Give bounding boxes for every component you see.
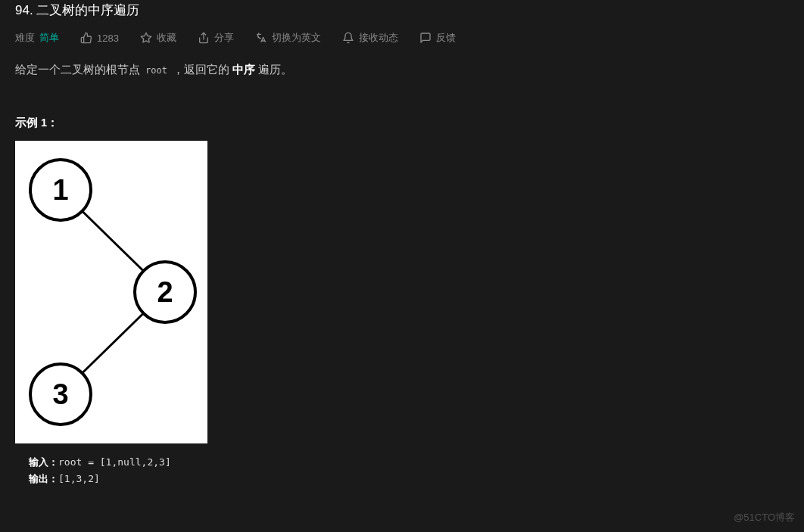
- star-icon: [140, 32, 152, 44]
- meta-toolbar: 难度 简单 1283 收藏 分享 切换为英文: [15, 31, 789, 60]
- switch-lang-label: 切换为英文: [272, 31, 321, 45]
- tree-node-label: 2: [157, 276, 173, 308]
- output-value: [1,3,2]: [58, 473, 100, 484]
- desc-pre: 给定一个二叉树的根节点: [15, 64, 143, 76]
- output-label: 输出：: [29, 473, 58, 484]
- favorite-button[interactable]: 收藏: [140, 31, 176, 45]
- share-label: 分享: [214, 31, 234, 45]
- problem-title-row: 94. 二叉树的中序遍历: [15, 0, 789, 31]
- difficulty: 难度 简单: [15, 31, 59, 45]
- bell-icon: [342, 32, 354, 44]
- problem-title: 二叉树的中序遍历: [36, 3, 139, 17]
- translate-icon: [255, 32, 267, 44]
- desc-mid2: 遍历。: [255, 64, 292, 76]
- share-button[interactable]: 分享: [198, 31, 234, 45]
- tree-edge: [83, 211, 144, 271]
- feedback-label: 反馈: [436, 31, 456, 45]
- input-label: 输入：: [29, 456, 58, 468]
- problem-description: 给定一个二叉树的根节点 root ，返回它的 中序 遍历。: [15, 60, 789, 81]
- desc-code: root: [143, 65, 170, 76]
- difficulty-value: 简单: [39, 31, 59, 45]
- message-icon: [419, 32, 432, 44]
- tree-edge: [83, 313, 144, 373]
- desc-bold: 中序: [232, 64, 255, 76]
- input-line: 输入：root = [1,null,2,3]: [29, 454, 789, 471]
- tree-node-label: 3: [52, 378, 68, 410]
- subscribe-label: 接收动态: [359, 31, 398, 45]
- thumbs-up-icon: [80, 32, 92, 44]
- example-io: 输入：root = [1,null,2,3] 输出：[1,3,2]: [15, 454, 789, 487]
- share-icon: [198, 32, 210, 44]
- input-value: root = [1,null,2,3]: [58, 456, 171, 468]
- tree-svg: 123: [15, 141, 207, 443]
- favorite-label: 收藏: [157, 31, 176, 45]
- like-count: 1283: [97, 33, 119, 44]
- tree-node-label: 1: [52, 174, 68, 206]
- problem-number: 94.: [15, 3, 33, 17]
- feedback-button[interactable]: 反馈: [419, 31, 456, 45]
- svg-marker-0: [141, 33, 151, 42]
- output-line: 输出：[1,3,2]: [29, 471, 789, 487]
- example-label: 示例 1：: [15, 116, 789, 130]
- switch-lang-button[interactable]: 切换为英文: [255, 31, 321, 45]
- difficulty-label: 难度: [15, 31, 35, 45]
- like-button[interactable]: 1283: [80, 32, 119, 44]
- tree-diagram: 123: [15, 141, 207, 443]
- subscribe-button[interactable]: 接收动态: [342, 31, 398, 45]
- watermark: @51CTO博客: [734, 511, 795, 524]
- desc-mid1: ，返回它的: [170, 64, 232, 76]
